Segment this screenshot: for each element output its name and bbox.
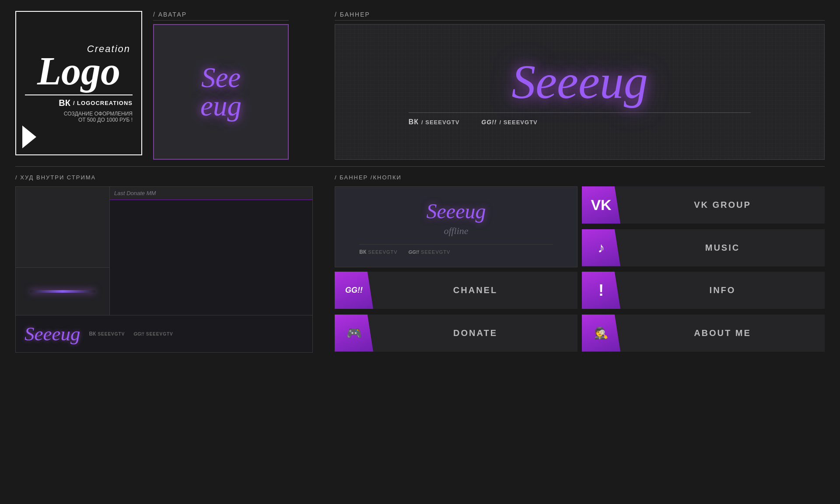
main-page: Creation Logo ВК / LOGOCREATIONS СОЗДАНИ…: [0, 0, 840, 504]
hud-footer-social: ВК SEEEVGTV GG!! SEEEVGTV: [89, 331, 173, 337]
buttons-title: / БАННЕР /КНОПКИ: [335, 174, 402, 181]
about-me-button[interactable]: 🕵 ABOUT ME: [582, 315, 825, 352]
banner-name: Seeeug: [511, 58, 648, 106]
vk-group-label: VK GROUP: [620, 186, 825, 224]
hud-vk-icon: ВК: [89, 331, 96, 337]
avatar-header: / АВАТАР: [153, 11, 289, 21]
buttons-section: / БАННЕР /КНОПКИ Seeeug offline ВК SEEEV…: [322, 173, 825, 493]
avatar-section: / АВАТАР See eug: [153, 11, 289, 160]
banner-vk-text: / SEEEVGTV: [421, 119, 459, 126]
vk-group-icon: VK: [582, 186, 620, 224]
offline-label: offline: [444, 225, 468, 237]
banner-social-row: ВК / SEEEVGTV GG!! / SEEEVGTV: [409, 112, 751, 126]
about-me-icon-text: 🕵: [594, 326, 608, 340]
chanel-label: CHANEL: [373, 272, 578, 309]
hud-title: / ХУД ВНУТРИ СТРИМА: [15, 174, 96, 181]
music-icon: ♪: [582, 229, 620, 266]
hud-main-area: Last Donate MM: [110, 187, 312, 315]
hud-gg-icon: GG!!: [133, 331, 144, 336]
offline-banner-card: Seeeug offline ВК SEEEVGTV GG!! SEEEVGTV: [335, 186, 578, 267]
avatar-inner: See eug: [200, 63, 242, 120]
offline-gg: GG!! SEEEVGTV: [409, 249, 451, 255]
hud-vk-text: SEEEVGTV: [98, 332, 125, 336]
vk-handle: / LOGOCREATIONS: [73, 100, 133, 106]
music-button[interactable]: ♪ MUSIC: [582, 229, 825, 266]
vk-icon-text: VK: [591, 196, 611, 214]
banner-box: Seeeug ВК / SEEEVGTV GG!! / SEEEVGTV: [335, 24, 825, 160]
hud-camera-area: [16, 187, 109, 268]
offline-gg-text: SEEEVGTV: [421, 249, 450, 255]
bottom-row: / ХУД ВНУТРИ СТРИМА Last Donate MM: [15, 166, 825, 493]
offline-gg-icon: GG!!: [409, 249, 419, 255]
avatar-evg-text: eug: [200, 92, 242, 120]
avatar-see-text: See: [201, 63, 241, 92]
about-me-label: ABOUT ME: [620, 315, 825, 352]
avatar-box: See eug: [153, 24, 289, 160]
hud-gg-text: SEEEVGTV: [146, 332, 173, 336]
hud-header: / ХУД ВНУТРИ СТРИМА: [15, 173, 313, 181]
offline-social-row: ВК SEEEVGTV GG!! SEEEVGTV: [359, 244, 553, 255]
about-me-icon: 🕵: [582, 315, 620, 352]
logo-triangle: [22, 126, 36, 148]
offline-streamer-name: Seeeug: [427, 199, 486, 223]
buttons-header: / БАННЕР /КНОПКИ: [335, 173, 825, 181]
logo-box: Creation Logo ВК / LOGOCREATIONS СОЗДАНИ…: [15, 11, 142, 155]
offline-vk-text: SEEEVGTV: [368, 249, 397, 255]
hud-middle-area: [16, 268, 109, 315]
chanel-icon: GG!!: [335, 272, 373, 309]
donate-icon: 🎮: [335, 315, 373, 352]
info-label: INFO: [620, 272, 825, 309]
buttons-grid: Seeeug offline ВК SEEEVGTV GG!! SEEEVGTV: [335, 186, 825, 353]
donate-icon-text: 🎮: [346, 326, 362, 340]
info-icon-text: !: [598, 281, 604, 300]
hud-glow-bar: [30, 290, 95, 293]
hud-container: Last Donate MM Seeeug ВК SEEEVGTV GG!! S…: [15, 186, 313, 353]
banner-vk-icon: ВК: [409, 118, 419, 126]
hud-donate-text: Last Donate MM: [114, 190, 156, 196]
hud-footer: Seeeug ВК SEEEVGTV GG!! SEEEVGTV: [16, 315, 312, 352]
music-label: MUSIC: [620, 229, 825, 266]
donate-label: DONATE: [373, 315, 578, 352]
logo-main-text: Logo: [37, 55, 120, 88]
hud-vk-social: ВК SEEEVGTV: [89, 331, 125, 337]
banner-header: / БАННЕР: [335, 11, 825, 21]
banner-gg-text: / SEEEVGTV: [499, 119, 537, 126]
info-button[interactable]: ! INFO: [582, 272, 825, 309]
logo-vk-row: ВК / LOGOCREATIONS: [25, 98, 133, 108]
hud-sidebar: [16, 187, 110, 315]
banner-title: / БАННЕР: [335, 11, 370, 18]
hud-section: / ХУД ВНУТРИ СТРИМА Last Donate MM: [15, 173, 322, 493]
vk-group-button[interactable]: VK VK GROUP: [582, 186, 825, 224]
music-icon-text: ♪: [598, 240, 605, 256]
promo-line2: ОТ 500 ДО 1000 РУБ !: [25, 117, 133, 123]
chanel-icon-text: GG!!: [345, 286, 363, 295]
top-row: Creation Logo ВК / LOGOCREATIONS СОЗДАНИ…: [15, 11, 825, 160]
hud-gg-social: GG!! SEEEVGTV: [133, 331, 173, 336]
banner-section: / БАННЕР Seeeug ВК / SEEEVGTV GG!! / SEE…: [322, 11, 825, 160]
promo-line1: СОЗДАНИЕ ОФОРМЛЕНИЯ: [25, 111, 133, 117]
avatar-title: / АВАТАР: [153, 11, 187, 18]
offline-vk: ВК SEEEVGTV: [359, 249, 397, 255]
vk-icon: ВК: [59, 98, 70, 108]
donate-button[interactable]: 🎮 DONATE: [335, 315, 578, 352]
banner-gg-social: GG!! / SEEEVGTV: [481, 119, 537, 126]
logo-divider: [25, 94, 133, 95]
offline-vk-icon: ВК: [359, 249, 366, 255]
banner-gg-icon: GG!!: [481, 119, 497, 126]
chanel-button[interactable]: GG!! CHANEL: [335, 272, 578, 309]
banner-vk-social: ВК / SEEEVGTV: [409, 118, 460, 126]
info-icon: !: [582, 272, 620, 309]
hud-footer-name: Seeeug: [24, 322, 80, 345]
hud-donate-bar: Last Donate MM: [110, 187, 312, 200]
left-top-section: Creation Logo ВК / LOGOCREATIONS СОЗДАНИ…: [15, 11, 322, 160]
